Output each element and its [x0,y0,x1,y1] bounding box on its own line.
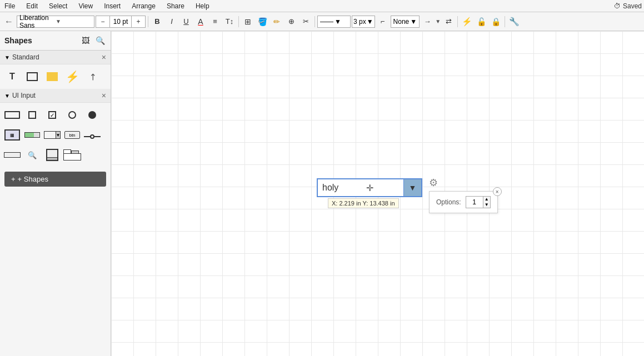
separator-5 [505,16,505,27]
menu-arrange[interactable]: Arrange [129,1,158,11]
shape-radio-filled[interactable] [83,106,101,124]
shape-radio-empty[interactable] [63,106,81,124]
font-size-input[interactable] [109,16,132,27]
arrow-right-button[interactable]: → [421,15,434,28]
standard-section-label: Standard [12,53,102,61]
font-color-button[interactable]: A [194,15,207,28]
shape-checkbox-check[interactable]: ✓ [43,106,61,124]
separator-2 [238,16,239,27]
lightning-button[interactable]: ⚡ [460,15,473,28]
corner-style-button[interactable]: ⌐ [376,15,390,28]
ui-input-section-header[interactable]: ▼ UI Input × [0,89,111,103]
italic-button[interactable]: I [165,15,178,28]
font-size-control: − + [96,16,146,28]
px-arrow: ▼ [367,18,373,26]
shapes-panel-header: Shapes 🖼 🔍 [0,31,111,51]
shape-bolt[interactable]: ⚡ [63,68,81,86]
shape-slider[interactable] [83,126,101,144]
search-icon[interactable]: 🔍 [94,34,106,47]
arrow-right-selector-arrow: ▼ [435,18,441,24]
shape-arrow[interactable]: ↗ [83,68,101,86]
shape-progress[interactable] [23,126,41,144]
gear-icon[interactable]: ⚙ [429,177,438,189]
menu-edit[interactable]: Edit [24,1,40,11]
shape-tabs[interactable] [63,146,81,164]
dropdown-arrow-btn[interactable]: ▼ [403,179,421,196]
saved-status: ⏱ Saved [614,2,642,10]
add-shapes-button[interactable]: + + Shapes [4,172,106,187]
line-color-button[interactable]: ✏ [270,15,283,28]
separator-3 [314,16,315,27]
shape-rect[interactable] [23,68,41,86]
arrow-icon: ↗ [86,71,99,83]
ui-input-section-label: UI Input [12,92,102,99]
bold-button[interactable]: B [151,15,164,28]
lock-button[interactable]: 🔓 [475,15,488,28]
back-arrow[interactable]: ← [2,16,16,28]
options-spinner-down[interactable]: ▼ [483,202,490,208]
options-label: Options: [436,198,461,206]
underline-button[interactable]: U [179,15,193,28]
standard-shapes-grid: T ⚡ ↗ [0,64,111,89]
bolt-icon: ⚡ [66,70,79,83]
fill-color-button[interactable]: 🪣 [256,15,269,28]
shape-rect-yellow[interactable] [43,68,61,86]
text-format-button[interactable]: T↕ [223,15,236,28]
options-spinner: ▲ ▼ [466,196,491,208]
shape-frame-scroll[interactable] [43,146,61,164]
shape-display[interactable]: ▦ [3,126,21,144]
text-align-button[interactable]: ≡ [208,15,222,28]
shape-checkbox-empty[interactable] [23,106,41,124]
dropdown-text: holy [318,183,403,193]
menu-help[interactable]: Help [193,1,212,11]
font-size-decrease[interactable]: − [96,15,109,28]
dropdown-widget[interactable]: holy ✛ ▼ X: 2.219 in Y: 13.438 in [317,178,422,208]
shape-scroll-h[interactable] [3,146,21,164]
main-layout: Shapes 🖼 🔍 ▼ Standard × T ⚡ ↗ [0,31,644,356]
line-style-arrow: ▼ [335,18,341,26]
menu-share[interactable]: Share [164,1,187,11]
standard-section-header[interactable]: ▼ Standard × [0,51,111,64]
save-icon: ⏱ [614,2,621,10]
ui-input-shapes-grid: ✓ ▦ ▼ btn [0,103,111,167]
insert-table-button[interactable]: ⊞ [241,15,254,28]
none-label: None [393,18,410,26]
waypoint-button[interactable]: ✂ [299,15,312,28]
wrench-button[interactable]: 🔧 [507,15,521,28]
options-spinner-up[interactable]: ▲ [483,197,490,202]
add-shapes-icon: + [11,175,16,183]
line-style-selector[interactable]: —— ▼ [317,16,351,28]
menu-file[interactable]: File [2,1,17,11]
saved-label: Saved [623,2,642,10]
options-close-button[interactable]: × [493,187,502,196]
font-size-increase[interactable]: + [132,15,145,28]
shape-combo[interactable]: ▼ [43,126,61,144]
connection-start-selector[interactable]: None ▼ [391,16,420,28]
font-selector[interactable]: Liberation Sans ▼ [17,16,94,28]
swap-button[interactable]: ⇄ [442,15,455,28]
shape-button-label[interactable]: btn [63,126,81,144]
connection-button[interactable]: ⊕ [284,15,298,28]
px-selector[interactable]: 3 px ▼ [352,16,375,28]
shape-text[interactable]: T [3,68,21,86]
menu-select[interactable]: Select [47,1,69,11]
ui-input-section-close[interactable]: × [102,91,106,100]
image-icon[interactable]: 🖼 [79,34,92,47]
menu-insert[interactable]: Insert [102,1,123,11]
menubar: File Edit Select View Insert Arrange Sha… [0,0,644,12]
standard-collapse-arrow: ▼ [4,54,10,61]
separator-1 [148,16,148,27]
font-name-label: Liberation Sans [19,14,56,29]
dropdown-shape[interactable]: holy ✛ ▼ [317,178,422,197]
px-label: 3 px [353,18,366,26]
move-cursor-icon: ✛ [366,183,373,193]
canvas-area[interactable]: ⚙ holy ✛ ▼ X: 2.219 in Y: 13.438 in × Op… [111,31,644,356]
menu-view[interactable]: View [76,1,95,11]
shape-zoom-bar[interactable]: 🔍 [23,146,41,164]
none-arrow: ▼ [410,18,417,26]
lock-filled-button[interactable]: 🔒 [489,15,502,28]
magnify-icon: 🔍 [28,151,37,159]
options-value-input[interactable] [466,197,483,208]
shape-input-field[interactable] [3,106,21,124]
standard-section-close[interactable]: × [102,53,106,62]
